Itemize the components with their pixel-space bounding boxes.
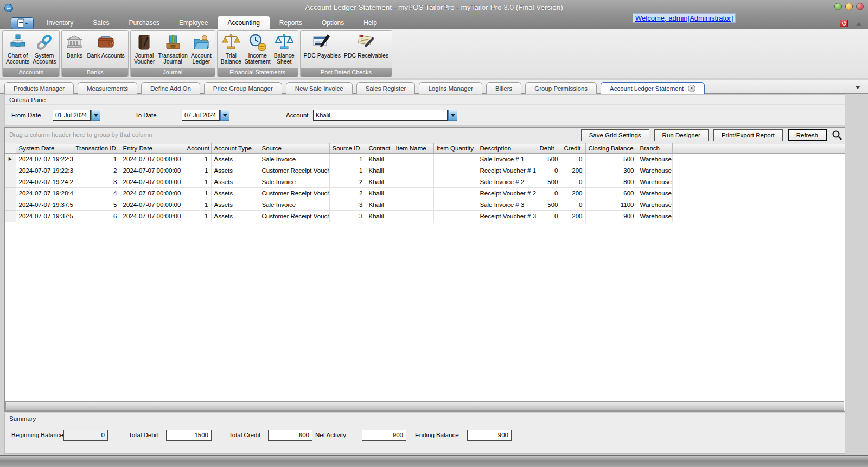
branch-cell[interactable]: Warehouse xyxy=(637,154,672,165)
column-header-credit[interactable]: Credit xyxy=(561,143,585,154)
debit-cell[interactable]: 500 xyxy=(537,154,561,165)
source_id-cell[interactable]: 1 xyxy=(329,154,366,165)
column-header-branch[interactable]: Branch xyxy=(637,143,672,154)
window-minimize-button[interactable] xyxy=(834,3,842,10)
transaction_id-cell[interactable]: 1 xyxy=(73,154,120,165)
column-header-closing-balance[interactable]: Closing Balance xyxy=(585,143,637,154)
description-cell[interactable]: Sale Invoice # 2 xyxy=(477,176,537,188)
horizontal-scrollbar[interactable] xyxy=(5,401,844,411)
closing_balance-cell[interactable]: 300 xyxy=(585,165,637,176)
credit-cell[interactable]: 200 xyxy=(561,165,585,176)
credit-cell[interactable]: 0 xyxy=(561,176,585,188)
item_name-cell[interactable] xyxy=(393,199,433,211)
column-header-item-name[interactable]: Item Name xyxy=(393,143,433,154)
table-row[interactable]: 2024-07-07 19:24:2032024-07-07 00:00:001… xyxy=(5,176,845,188)
journal-voucher-button[interactable]: Journal Voucher xyxy=(132,32,157,68)
contact-cell[interactable]: Khalil xyxy=(366,165,393,176)
account-cell[interactable]: 1 xyxy=(184,176,211,188)
item_name-cell[interactable] xyxy=(393,154,433,165)
column-header-source[interactable]: Source xyxy=(259,143,329,154)
branch-cell[interactable]: Warehouse xyxy=(637,165,672,176)
contact-cell[interactable]: Khalil xyxy=(366,199,393,211)
item_name-cell[interactable] xyxy=(393,211,433,222)
closing_balance-cell[interactable]: 500 xyxy=(585,154,637,165)
bank-accounts-button[interactable]: Bank Accounts xyxy=(85,32,126,68)
to-date-dropdown-button[interactable] xyxy=(220,110,229,121)
transaction_id-cell[interactable]: 3 xyxy=(73,176,120,188)
branch-cell[interactable]: Warehouse xyxy=(637,199,672,211)
table-row[interactable]: 2024-07-07 19:22:3922024-07-07 00:00:001… xyxy=(5,165,845,176)
description-cell[interactable]: Receipt Voucher # 2 xyxy=(477,188,537,199)
account-combo[interactable]: Khalil xyxy=(313,110,448,121)
debit-cell[interactable]: 0 xyxy=(537,165,561,176)
chart-of-accounts-button[interactable]: Chart of Accounts xyxy=(4,32,31,68)
transaction_id-cell[interactable]: 5 xyxy=(73,199,120,211)
to-date-input[interactable]: 07-Jul-2024 xyxy=(182,110,220,121)
system_date-cell[interactable]: 2024-07-07 19:28:46 xyxy=(16,188,73,199)
tab-logins-manager[interactable]: Logins Manager xyxy=(419,82,482,94)
description-cell[interactable]: Sale Invoice # 3 xyxy=(477,199,537,211)
closing_balance-cell[interactable]: 800 xyxy=(585,176,637,188)
item_quantity-cell[interactable] xyxy=(433,199,477,211)
contact-cell[interactable]: Khalil xyxy=(366,188,393,199)
contact-cell[interactable]: Khalil xyxy=(366,176,393,188)
system_date-cell[interactable]: 2024-07-07 19:22:35 xyxy=(16,154,73,165)
item_name-cell[interactable] xyxy=(393,165,433,176)
column-header-source-id[interactable]: Source ID xyxy=(329,143,366,154)
search-magnifier-icon[interactable] xyxy=(832,130,843,141)
system_date-cell[interactable]: 2024-07-07 19:22:39 xyxy=(16,165,73,176)
debit-cell[interactable]: 0 xyxy=(537,211,561,222)
income-statement-button[interactable]: Income Statement xyxy=(243,32,272,68)
logout-power-button[interactable] xyxy=(840,20,848,27)
table-row[interactable]: ▶2024-07-07 19:22:3512024-07-07 00:00:00… xyxy=(5,154,845,165)
credit-cell[interactable]: 200 xyxy=(561,188,585,199)
account_type-cell[interactable]: Assets xyxy=(211,211,259,222)
tab-define-add-on[interactable]: Define Add On xyxy=(141,82,200,94)
source_id-cell[interactable]: 1 xyxy=(329,165,366,176)
system-accounts-button[interactable]: System Accounts xyxy=(31,32,58,68)
item_quantity-cell[interactable] xyxy=(433,188,477,199)
account-ledger-button[interactable]: Account Ledger xyxy=(189,32,213,68)
source-cell[interactable]: Sale Invoice xyxy=(259,154,329,165)
table-row[interactable]: 2024-07-07 19:28:4642024-07-07 00:00:001… xyxy=(5,188,845,199)
transaction_id-cell[interactable]: 2 xyxy=(73,165,120,176)
item_name-cell[interactable] xyxy=(393,176,433,188)
credit-cell[interactable]: 200 xyxy=(561,211,585,222)
ribbon-tab-employee[interactable]: Employee xyxy=(169,16,218,29)
tab-measurements[interactable]: Measurements xyxy=(78,82,137,94)
column-header-account[interactable]: Account xyxy=(184,143,211,154)
debit-cell[interactable]: 0 xyxy=(537,188,561,199)
debit-cell[interactable]: 500 xyxy=(537,176,561,188)
branch-cell[interactable]: Warehouse xyxy=(637,188,672,199)
pdc-payables-button[interactable]: PDC Payables xyxy=(302,32,342,68)
item_quantity-cell[interactable] xyxy=(433,176,477,188)
item_quantity-cell[interactable] xyxy=(433,211,477,222)
entry_date-cell[interactable]: 2024-07-07 00:00:00 xyxy=(120,211,184,222)
description-cell[interactable]: Receipt Voucher # 3 xyxy=(477,211,537,222)
account-dropdown-button[interactable] xyxy=(448,110,457,121)
column-header-entry-date[interactable]: Entry Date xyxy=(120,143,184,154)
transaction_id-cell[interactable]: 6 xyxy=(73,211,120,222)
trial-balance-button[interactable]: Trial Balance xyxy=(219,32,243,68)
source_id-cell[interactable]: 3 xyxy=(329,211,366,222)
table-row[interactable]: 2024-07-07 19:37:5052024-07-07 00:00:001… xyxy=(5,199,845,211)
ribbon-tab-help[interactable]: Help xyxy=(354,16,387,29)
table-row[interactable]: 2024-07-07 19:37:5962024-07-07 00:00:001… xyxy=(5,211,845,222)
source-cell[interactable]: Customer Receipt Voucher xyxy=(259,188,329,199)
closing_balance-cell[interactable]: 1100 xyxy=(585,199,637,211)
window-close-button[interactable] xyxy=(856,3,864,10)
item_quantity-cell[interactable] xyxy=(433,165,477,176)
account-cell[interactable]: 1 xyxy=(184,188,211,199)
source-cell[interactable]: Sale Invoice xyxy=(259,176,329,188)
transaction_id-cell[interactable]: 4 xyxy=(73,188,120,199)
tab-sales-register[interactable]: Sales Register xyxy=(356,82,416,94)
system_date-cell[interactable]: 2024-07-07 19:37:59 xyxy=(16,211,73,222)
source-cell[interactable]: Customer Receipt Voucher xyxy=(259,165,329,176)
app-menu-button[interactable] xyxy=(11,17,34,29)
credit-cell[interactable]: 0 xyxy=(561,154,585,165)
ribbon-tab-inventory[interactable]: Inventory xyxy=(37,16,83,29)
tab-price-group-manager[interactable]: Price Group Manager xyxy=(204,82,282,94)
closing_balance-cell[interactable]: 900 xyxy=(585,211,637,222)
account-cell[interactable]: 1 xyxy=(184,165,211,176)
pdc-receivables-button[interactable]: PDC Receivables xyxy=(342,32,390,68)
